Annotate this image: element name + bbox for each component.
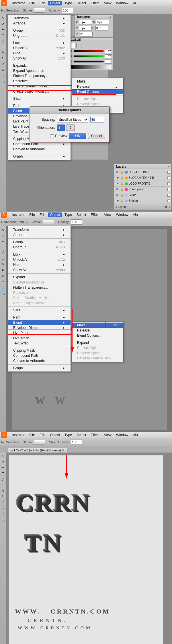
opacity-input-3[interactable] xyxy=(71,440,82,445)
menu3-view[interactable]: View xyxy=(102,433,114,437)
menu-object-mosaic[interactable]: Create Object Mosaic... xyxy=(8,89,71,94)
menu2-envelope[interactable]: Envelope Distort▶ xyxy=(8,325,71,330)
props-angle-input[interactable] xyxy=(80,32,93,37)
fill-swatch[interactable] xyxy=(70,43,75,48)
orientation-align-to-path[interactable]: ⤸ xyxy=(67,124,75,131)
menu2-select[interactable]: Select xyxy=(75,212,88,217)
menu2-object[interactable]: Object xyxy=(48,212,62,217)
menu-group[interactable]: Group⌘G xyxy=(8,28,71,33)
menu2-blend[interactable]: Blend▶ xyxy=(8,320,71,325)
props-h-input[interactable] xyxy=(95,26,108,30)
menu2-illustrator[interactable]: Illustrator xyxy=(9,212,27,217)
props-w-input[interactable] xyxy=(96,20,109,24)
menu2-view[interactable]: View xyxy=(102,212,114,217)
menu-show-all[interactable]: Show All⌥⌘3 xyxy=(8,56,71,61)
tool-pen[interactable]: ✒ xyxy=(1,27,6,32)
menu2-live-trace[interactable]: Live Trace xyxy=(8,336,71,341)
tool3-blend[interactable]: ∞ xyxy=(1,505,6,511)
menu2-edit[interactable]: Edit xyxy=(38,212,48,217)
tool2-zoom[interactable]: 🔍 xyxy=(1,290,6,296)
layer-eye-6[interactable]: 👁 xyxy=(115,199,119,203)
menu2-expand[interactable]: Expand... xyxy=(8,275,71,280)
color-spectrum[interactable] xyxy=(70,65,112,69)
submenu2-expand[interactable]: Expand xyxy=(72,340,123,345)
menu-illustrator[interactable]: Illustrator xyxy=(9,1,27,5)
layer-lock-5[interactable]: 🔒 xyxy=(120,193,124,197)
menu-ungroup[interactable]: Ungroup⌘⌥G xyxy=(8,33,71,38)
menu2-arrange[interactable]: Arrange▶ xyxy=(8,232,71,237)
tool3-direct[interactable]: ↗ xyxy=(1,459,6,465)
props-y-input[interactable] xyxy=(79,26,92,30)
opacity-input[interactable] xyxy=(62,8,73,13)
layer-lock-6[interactable]: 🔒 xyxy=(120,199,124,203)
tool3-eye[interactable]: 💧 xyxy=(1,511,6,516)
submenu-make[interactable]: Make xyxy=(72,79,123,84)
tool-blend[interactable]: ∞ xyxy=(1,67,6,72)
menu2-file[interactable]: File xyxy=(27,212,37,217)
menu-expand-appearance[interactable]: Expand Appearance xyxy=(8,68,71,73)
menu-expand[interactable]: Expand... xyxy=(8,63,71,68)
preview-checkbox[interactable] xyxy=(50,134,54,138)
menu2-ungroup[interactable]: Ungroup⌘⌥G xyxy=(8,245,71,250)
menu2-text-wrap[interactable]: Text Wrap xyxy=(8,341,71,346)
menu2-clipping-mask[interactable]: Clipping Mask xyxy=(8,348,71,353)
menu-arrange[interactable]: Arrange▶ xyxy=(8,21,71,26)
menu3-type[interactable]: Type xyxy=(62,433,74,437)
menu3-window[interactable]: Window xyxy=(114,433,130,437)
tool-direct-select[interactable]: ↗ xyxy=(1,21,6,26)
menu2-hide[interactable]: Hide▶ xyxy=(8,262,71,267)
tool-scale[interactable]: ⤢ xyxy=(1,62,6,67)
tool2-rotate[interactable]: ↻ xyxy=(1,267,6,273)
menu2-flatten[interactable]: Flatten Transparency... xyxy=(8,285,71,290)
layer-eye-1[interactable]: 👁 xyxy=(115,170,119,174)
stroke-swatch[interactable] xyxy=(76,43,81,48)
menu2-effect[interactable]: Effect xyxy=(89,212,101,217)
tool-line[interactable]: ╱ xyxy=(1,39,6,44)
menu-transform[interactable]: Transform▶ xyxy=(8,16,71,21)
menu-graph[interactable]: Graph▶ xyxy=(8,154,71,159)
menu2-group[interactable]: Group⌘G xyxy=(8,239,71,245)
menu-file[interactable]: File xyxy=(27,1,37,5)
r-slider[interactable] xyxy=(73,50,104,52)
layer-lock-2[interactable]: 🔒 xyxy=(120,176,124,180)
menu-edit[interactable]: Edit xyxy=(38,1,48,5)
tool2-line[interactable]: ╱ xyxy=(1,250,6,255)
menu3-illustrator[interactable]: Illustrator xyxy=(9,433,27,437)
tool3-pen[interactable]: ✒ xyxy=(1,465,6,470)
menu3-file[interactable]: File xyxy=(27,433,37,437)
menu2-graph[interactable]: Graph▶ xyxy=(8,365,71,371)
menu2-convert-artboards[interactable]: Convert to Artboards xyxy=(8,358,71,363)
menu3-effect[interactable]: Effect xyxy=(89,433,101,437)
menu-object[interactable]: Object xyxy=(48,1,62,5)
tool2-rect[interactable]: □ xyxy=(1,256,6,261)
tool-rotate[interactable]: ↻ xyxy=(1,56,6,61)
layers-menu-btn[interactable]: ≡ xyxy=(168,165,169,168)
layer-eye-2[interactable]: 👁 xyxy=(115,176,119,180)
submenu-release[interactable]: Release⌥ xyxy=(72,84,123,89)
opacity-input-2[interactable] xyxy=(71,219,82,225)
submenu-blend-options[interactable]: Blend Options... xyxy=(72,89,123,94)
menu2-show-all[interactable]: Show All⌥⌘3 xyxy=(8,267,71,273)
menu-effect[interactable]: Effect xyxy=(89,1,101,5)
menu2-transform[interactable]: Transform▶ xyxy=(8,227,71,232)
tool3-line[interactable]: ╱ xyxy=(1,477,6,482)
menu2-slice[interactable]: Slice▶ xyxy=(8,308,71,313)
menu-hide[interactable]: Hide▶ xyxy=(8,51,71,56)
submenu2-release[interactable]: Release xyxy=(72,328,123,333)
b-slider[interactable] xyxy=(73,60,104,63)
tool2-type[interactable]: T xyxy=(1,244,6,250)
tool2-brush[interactable]: ✎ xyxy=(1,262,6,267)
menu3-edit[interactable]: Edit xyxy=(38,433,48,437)
layer-eye-5[interactable]: 👁 xyxy=(115,193,119,197)
menu2-compound-path[interactable]: Compound Path xyxy=(8,353,71,358)
ok-button[interactable]: OK xyxy=(69,133,86,139)
tool-type[interactable]: T xyxy=(1,33,6,38)
menu-select[interactable]: Select xyxy=(75,1,88,5)
menu-view[interactable]: View xyxy=(102,1,114,5)
layer-lock-3[interactable]: 🔒 xyxy=(120,182,124,186)
stroke-color-2[interactable] xyxy=(43,220,54,224)
tool-brush[interactable]: ✎ xyxy=(1,50,6,55)
menu-slice[interactable]: Slice▶ xyxy=(8,96,71,101)
props-x-input[interactable] xyxy=(79,20,92,24)
tool3-select[interactable]: ↖ xyxy=(1,454,6,459)
